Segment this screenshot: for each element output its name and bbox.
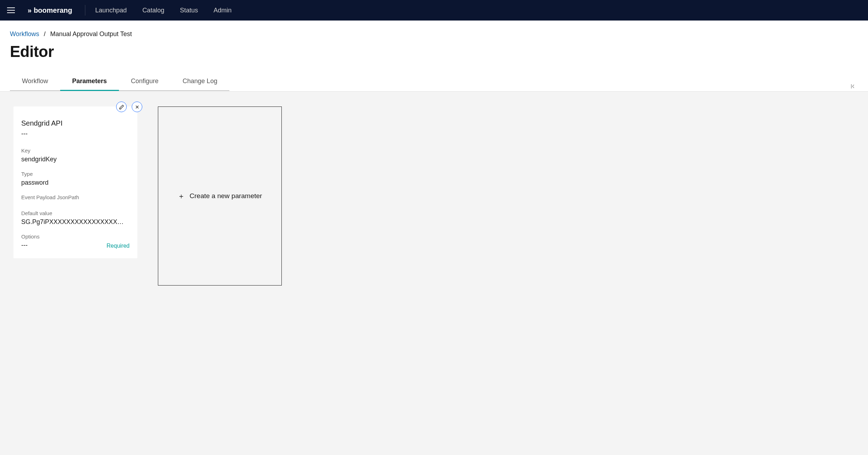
- field-default-value: SG.Pg7iPXXXXXXXXXXXXXXXX…: [21, 218, 130, 226]
- brand-logo[interactable]: » boomerang: [28, 5, 85, 16]
- nav-links: Launchpad Catalog Status Admin: [95, 7, 232, 14]
- breadcrumb-current: Manual Approval Output Test: [50, 30, 132, 38]
- menu-icon[interactable]: [7, 5, 18, 16]
- field-jsonpath: Event Payload JsonPath: [21, 194, 130, 202]
- brand-name: boomerang: [34, 6, 72, 15]
- field-options-value: ---: [21, 242, 40, 249]
- parameter-card-wrapper: Sendgrid API --- Key sendgridKey Type pa…: [13, 106, 137, 258]
- parameter-card: Sendgrid API --- Key sendgridKey Type pa…: [13, 106, 137, 258]
- field-default-label: Default value: [21, 210, 130, 216]
- parameter-description: ---: [21, 130, 130, 138]
- brand-chevrons-icon: »: [28, 6, 31, 15]
- plus-icon: ＋: [178, 191, 185, 201]
- field-key-value: sendgridKey: [21, 156, 130, 163]
- page-title: Editor: [10, 43, 858, 61]
- create-parameter-label: Create a new parameter: [190, 192, 262, 200]
- tabs: Workflow Parameters Configure Change Log: [10, 73, 229, 91]
- collapse-panel-icon[interactable]: [850, 83, 858, 91]
- field-type: Type password: [21, 171, 130, 186]
- delete-button[interactable]: [132, 102, 142, 112]
- card-actions: [116, 102, 142, 112]
- breadcrumb-separator: /: [44, 30, 46, 38]
- breadcrumb-root-link[interactable]: Workflows: [10, 30, 39, 38]
- parameter-title: Sendgrid API: [21, 119, 130, 127]
- field-key: Key sendgridKey: [21, 148, 130, 163]
- tab-workflow[interactable]: Workflow: [10, 73, 60, 91]
- tabs-row: Workflow Parameters Configure Change Log: [0, 73, 868, 91]
- breadcrumb: Workflows / Manual Approval Output Test: [10, 30, 858, 38]
- nav-link-launchpad[interactable]: Launchpad: [95, 7, 127, 14]
- field-default: Default value SG.Pg7iPXXXXXXXXXXXXXXXX…: [21, 210, 130, 226]
- nav-link-catalog[interactable]: Catalog: [142, 7, 164, 14]
- required-badge: Required: [107, 243, 130, 249]
- pencil-icon: [119, 104, 124, 110]
- content-area: Sendgrid API --- Key sendgridKey Type pa…: [0, 91, 868, 455]
- field-jsonpath-label: Event Payload JsonPath: [21, 194, 130, 200]
- nav-link-admin[interactable]: Admin: [213, 7, 232, 14]
- close-icon: [135, 104, 140, 110]
- tab-configure[interactable]: Configure: [119, 73, 171, 91]
- field-type-label: Type: [21, 171, 130, 177]
- field-key-label: Key: [21, 148, 130, 154]
- field-type-value: password: [21, 179, 130, 186]
- edit-button[interactable]: [116, 102, 127, 112]
- page-header: Workflows / Manual Approval Output Test …: [0, 21, 868, 63]
- top-navbar: » boomerang Launchpad Catalog Status Adm…: [0, 0, 868, 21]
- field-options-label: Options: [21, 234, 40, 240]
- tab-change-log[interactable]: Change Log: [171, 73, 229, 91]
- field-options: Options ---: [21, 234, 40, 249]
- nav-link-status[interactable]: Status: [180, 7, 198, 14]
- create-parameter-button[interactable]: ＋ Create a new parameter: [158, 106, 282, 286]
- tab-parameters[interactable]: Parameters: [60, 73, 119, 91]
- card-footer: Options --- Required: [21, 234, 130, 249]
